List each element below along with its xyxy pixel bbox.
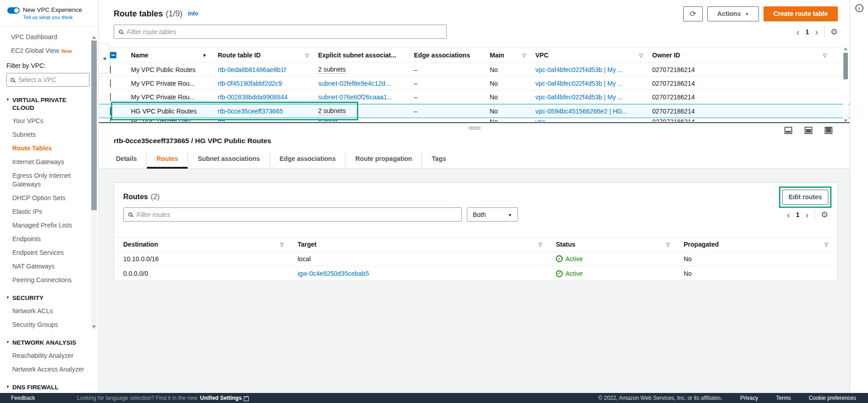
row-checkbox[interactable] (110, 79, 111, 88)
sidebar-item-endpoint-services[interactable]: Endpoint Services (12, 248, 85, 257)
scrollbar-thumb[interactable] (843, 53, 848, 79)
tell-us-link[interactable]: Tell us what you think (23, 15, 82, 20)
section-network-analysis[interactable]: ▼ NETWORK ANALYSIS (6, 339, 98, 346)
table-row-selected[interactable]: HG VPC Public Routes rtb-0cce35ceeff3736… (99, 104, 850, 118)
unified-settings-link[interactable]: Unified Settings (200, 395, 241, 401)
privacy-link[interactable]: Privacy (740, 395, 758, 401)
sort-descending-icon[interactable]: ▼ (202, 53, 207, 58)
scroll-up-icon[interactable] (844, 47, 847, 50)
route-type-select[interactable]: Both ▼ (467, 207, 518, 222)
sidebar-item-managed-prefix-lists[interactable]: Managed Prefix Lists (12, 221, 85, 230)
select-vpc-field[interactable] (18, 76, 78, 83)
filter-icon[interactable]: ▽ (523, 52, 526, 58)
scroll-down-icon[interactable] (92, 326, 96, 328)
section-dns-firewall[interactable]: ▼ DNS FIREWALL (6, 383, 98, 391)
vpc-link[interactable]: vpc-0594bc451566266e2 | HG... (535, 108, 627, 115)
sidebar-item-security-groups[interactable]: Security Groups (12, 320, 85, 329)
tab-edge-associations[interactable]: Edge associations (270, 151, 345, 168)
tab-tags[interactable]: Tags (422, 151, 456, 168)
route-table-id-link[interactable]: rtb-0cce35ceeff373665 (218, 108, 283, 115)
vpc-link[interactable]: vpc-0af4bfec022f4d53b | My ... (535, 93, 623, 101)
row-checkbox[interactable] (110, 66, 111, 74)
info-link[interactable]: Info (188, 10, 198, 17)
filter-icon[interactable]: ▽ (825, 242, 828, 248)
filter-icon[interactable]: ▽ (666, 242, 670, 248)
table-settings-gear-icon[interactable]: ⚙ (831, 27, 838, 37)
select-vpc-input[interactable] (6, 73, 89, 87)
previous-page-button[interactable]: ‹ (787, 212, 790, 218)
sidebar-item-route-tables[interactable]: Route Tables (12, 144, 85, 153)
scroll-down-icon[interactable] (844, 119, 847, 122)
filter-icon[interactable]: ▽ (305, 52, 309, 58)
subnet-link[interactable]: subnet- (318, 118, 340, 122)
filter-icon[interactable]: ▽ (639, 52, 643, 58)
subnet-count-popover[interactable]: 2 subnets (318, 107, 346, 115)
sidebar-collapse-button[interactable]: ◀ (99, 43, 110, 73)
route-table-id-link[interactable]: rtb- (218, 118, 227, 122)
row-checkbox-checked[interactable] (110, 107, 111, 115)
sidebar-item-network-access-analyzer[interactable]: Network Access Analyzer (12, 365, 85, 374)
subnet-count-popover[interactable]: 2 subnets (318, 66, 346, 74)
vpc-link[interactable]: vpc-0af4bfec022f4d53b | My ... (535, 80, 623, 87)
sidebar-item-endpoints[interactable]: Endpoints (12, 235, 85, 243)
sidebar-item-internet-gateways[interactable]: Internet Gateways (12, 158, 85, 166)
create-route-table-button[interactable]: Create route table (763, 6, 838, 21)
panel-size-large-icon[interactable] (825, 127, 832, 134)
vpc-link[interactable]: vpc- (535, 118, 547, 122)
sidebar-item-your-vpcs[interactable]: Your VPCs (12, 117, 85, 125)
table-row[interactable]: My VPC Private Rou... rtb-0f45190fabbf2d… (99, 77, 850, 90)
panel-size-small-icon[interactable] (784, 127, 792, 134)
tab-details[interactable]: Details (106, 151, 146, 168)
subnet-link[interactable]: subnet-076e60f26caaa1... (318, 93, 392, 101)
sidebar-item-egress-only-internet-gateways[interactable]: Egress Only Internet Gateways (12, 171, 85, 189)
select-all-checkbox[interactable] (110, 52, 116, 58)
split-panel-drag-handle[interactable] (469, 127, 481, 129)
page-number[interactable]: 1 (805, 28, 809, 36)
route-table-id-link[interactable]: rtb-002838bdda9908844 (218, 93, 288, 101)
filter-icon[interactable]: ▽ (280, 242, 284, 248)
section-security[interactable]: ▼ SECURITY (6, 294, 98, 302)
terms-link[interactable]: Terms (776, 395, 791, 401)
scrollbar-thumb[interactable] (91, 41, 97, 210)
edit-routes-button[interactable]: Edit routes (782, 190, 828, 205)
vpc-link[interactable]: vpc-0af4bfec022f4d53b | My ... (535, 66, 623, 73)
tab-subnet-associations[interactable]: Subnet associations (188, 151, 269, 168)
sidebar-scrollbar[interactable] (91, 35, 97, 329)
section-virtual-private-cloud[interactable]: ▼ VIRTUAL PRIVATE CLOUD (6, 96, 98, 112)
feedback-link[interactable]: Feedback (11, 395, 35, 401)
route-table-id-link[interactable]: rtb-0eda8b81486ae8b1f (218, 66, 286, 73)
table-row[interactable]: My VPC Private Rou... rtb-002838bdda9908… (99, 90, 850, 104)
cookie-preferences-link[interactable]: Cookie preferences (809, 395, 856, 401)
table-row-clipped[interactable]: HG VPC Private Rou... rtb- subnet- – No … (99, 118, 850, 122)
sidebar-item-vpc-dashboard[interactable]: VPC Dashboard (11, 33, 98, 41)
filter-icon[interactable]: ▽ (823, 52, 827, 58)
filter-icon[interactable]: ▽ (539, 242, 542, 248)
previous-page-button[interactable]: ‹ (796, 29, 800, 35)
sidebar-item-reachability-analyzer[interactable]: Reachability Analyzer (12, 351, 85, 360)
table-settings-gear-icon[interactable]: ⚙ (821, 210, 828, 220)
tab-route-propagation[interactable]: Route propagation (345, 151, 421, 168)
route-table-id-link[interactable]: rtb-0f45190fabbf2d2c9 (218, 80, 282, 87)
refresh-button[interactable]: ⟳ (683, 6, 703, 21)
internet-gateway-link[interactable]: igw-0c4e8250d35cebab5 (298, 270, 369, 277)
page-number[interactable]: 1 (796, 211, 800, 218)
sidebar-item-subnets[interactable]: Subnets (12, 130, 85, 139)
scroll-up-icon[interactable] (92, 36, 96, 39)
actions-button[interactable]: Actions ▼ (707, 6, 759, 21)
filter-routes-input[interactable] (123, 207, 462, 222)
sidebar-item-peering-connections[interactable]: Peering Connections (12, 276, 85, 284)
filter-route-tables-input[interactable] (114, 25, 447, 39)
row-checkbox[interactable] (110, 93, 111, 101)
row-checkbox[interactable] (110, 118, 111, 122)
filter-routes-field[interactable] (136, 211, 457, 218)
next-page-button[interactable]: › (805, 212, 809, 218)
sidebar-item-elastic-ips[interactable]: Elastic IPs (12, 207, 85, 216)
sidebar-item-dhcp-option-sets[interactable]: DHCP Option Sets (12, 194, 85, 202)
sidebar-item-network-acls[interactable]: Network ACLs (12, 307, 85, 315)
table-scrollbar[interactable] (843, 47, 848, 122)
filter-route-tables-field[interactable] (127, 28, 442, 36)
sidebar-item-ec2-global-view[interactable]: EC2 Global ViewNew (11, 47, 98, 54)
table-row[interactable]: My VPC Public Routes rtb-0eda8b81486ae8b… (99, 63, 850, 77)
new-vpc-experience-toggle[interactable] (7, 7, 20, 14)
panel-size-medium-icon[interactable] (805, 127, 812, 134)
